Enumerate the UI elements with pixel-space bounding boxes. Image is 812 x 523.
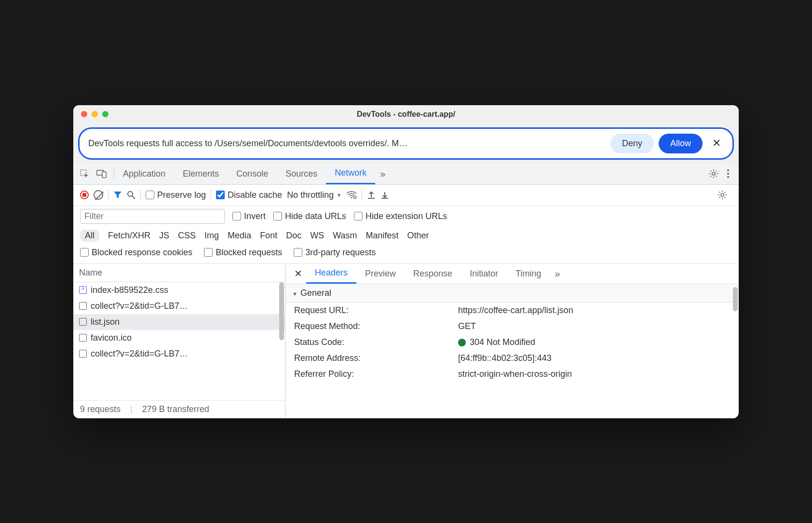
request-detail: ✕ Headers Preview Response Initiator Tim… bbox=[285, 264, 739, 418]
tab-sources[interactable]: Sources bbox=[277, 163, 326, 184]
traffic-lights bbox=[81, 111, 108, 117]
kv-row: Remote Address:[64:ff9b::4b02:3c05]:443 bbox=[285, 350, 739, 366]
titlebar: DevTools - coffee-cart.app/ bbox=[73, 105, 739, 124]
request-list-body: index-b859522e.css collect?v=2&tid=G-LB7… bbox=[73, 282, 285, 400]
svg-point-6 bbox=[351, 197, 352, 199]
allow-button[interactable]: Allow bbox=[659, 134, 703, 153]
type-img[interactable]: Img bbox=[204, 231, 219, 241]
devtools-window: DevTools - coffee-cart.app/ DevTools req… bbox=[73, 105, 739, 418]
tab-console[interactable]: Console bbox=[228, 163, 277, 184]
scrollbar[interactable] bbox=[733, 287, 738, 311]
clear-button[interactable] bbox=[94, 190, 103, 200]
network-settings-icon[interactable] bbox=[713, 190, 732, 200]
scrollbar[interactable] bbox=[279, 282, 284, 340]
tab-application[interactable]: Application bbox=[114, 163, 174, 184]
type-css[interactable]: CSS bbox=[178, 231, 196, 241]
tab-network[interactable]: Network bbox=[326, 163, 375, 184]
file-name: list.json bbox=[91, 317, 120, 327]
detail-tabs: ✕ Headers Preview Response Initiator Tim… bbox=[285, 264, 739, 284]
list-item[interactable]: index-b859522e.css bbox=[73, 282, 285, 298]
file-icon bbox=[79, 318, 87, 326]
filter-icon[interactable] bbox=[113, 191, 122, 199]
kv-value: [64:ff9b::4b02:3c05]:443 bbox=[458, 353, 730, 363]
kebab-menu-icon[interactable] bbox=[723, 169, 733, 178]
more-detail-tabs-icon[interactable]: » bbox=[550, 268, 565, 279]
permission-banner-wrap: DevTools requests full access to /Users/… bbox=[73, 124, 739, 164]
throttling-select[interactable]: No throttling bbox=[287, 190, 341, 200]
settings-icon[interactable] bbox=[704, 169, 723, 179]
type-ws[interactable]: WS bbox=[310, 231, 324, 241]
upload-har-icon[interactable] bbox=[367, 191, 376, 199]
third-party-checkbox[interactable]: 3rd-party requests bbox=[294, 248, 376, 258]
type-manifest[interactable]: Manifest bbox=[366, 231, 399, 241]
type-filter-row: All Fetch/XHR JS CSS Img Media Font Doc … bbox=[73, 227, 739, 245]
list-item[interactable]: list.json bbox=[73, 314, 285, 330]
svg-point-8 bbox=[721, 193, 724, 196]
kv-key: Referrer Policy: bbox=[294, 369, 458, 379]
deny-button[interactable]: Deny bbox=[610, 134, 654, 153]
tab-preview[interactable]: Preview bbox=[356, 263, 405, 284]
type-js[interactable]: JS bbox=[159, 231, 169, 241]
close-detail-icon[interactable]: ✕ bbox=[290, 268, 306, 279]
inspect-icon[interactable] bbox=[79, 168, 90, 179]
disable-cache-checkbox[interactable]: Disable cache bbox=[216, 190, 282, 200]
hide-extension-urls-checkbox[interactable]: Hide extension URLs bbox=[354, 211, 447, 221]
preserve-log-checkbox[interactable]: Preserve log bbox=[146, 190, 206, 200]
blocked-requests-label: Blocked requests bbox=[216, 248, 282, 258]
request-count: 9 requests bbox=[80, 404, 121, 414]
type-doc[interactable]: Doc bbox=[286, 231, 301, 241]
filter-input[interactable] bbox=[80, 209, 225, 224]
kv-key: Status Code: bbox=[294, 337, 458, 347]
blocked-row: Blocked response cookies Blocked request… bbox=[73, 245, 739, 264]
file-name: collect?v=2&tid=G-LB7… bbox=[91, 301, 188, 311]
close-banner-icon[interactable]: ✕ bbox=[709, 137, 724, 150]
zoom-window-button[interactable] bbox=[102, 111, 108, 117]
list-item[interactable]: collect?v=2&tid=G-LB7… bbox=[73, 298, 285, 314]
type-wasm[interactable]: Wasm bbox=[333, 231, 357, 241]
hide-data-urls-checkbox[interactable]: Hide data URLs bbox=[273, 211, 346, 221]
search-icon[interactable] bbox=[127, 191, 135, 199]
close-window-button[interactable] bbox=[81, 111, 87, 117]
kv-value: https://coffee-cart.app/list.json bbox=[458, 305, 730, 316]
name-column-header[interactable]: Name bbox=[73, 264, 285, 282]
blocked-requests-checkbox[interactable]: Blocked requests bbox=[204, 248, 282, 258]
list-item[interactable]: favicon.ico bbox=[73, 330, 285, 346]
divider bbox=[211, 189, 211, 201]
list-item[interactable]: collect?v=2&tid=G-LB7… bbox=[73, 346, 285, 362]
type-fetch[interactable]: Fetch/XHR bbox=[108, 231, 150, 241]
type-other[interactable]: Other bbox=[407, 231, 429, 241]
download-har-icon[interactable] bbox=[380, 191, 389, 199]
type-font[interactable]: Font bbox=[260, 231, 277, 241]
transferred-size: 279 B transferred bbox=[142, 404, 209, 414]
divider: | bbox=[130, 404, 133, 414]
network-conditions-icon[interactable] bbox=[346, 191, 357, 199]
file-name: index-b859522e.css bbox=[91, 285, 168, 295]
status-dot-icon bbox=[458, 339, 466, 346]
minimize-window-button[interactable] bbox=[92, 111, 98, 117]
more-tabs-icon[interactable]: » bbox=[375, 168, 390, 179]
network-toolbar: Preserve log Disable cache No throttling bbox=[73, 185, 739, 206]
type-all[interactable]: All bbox=[80, 230, 99, 242]
disable-cache-label: Disable cache bbox=[228, 190, 282, 200]
blocked-cookies-checkbox[interactable]: Blocked response cookies bbox=[80, 248, 192, 258]
device-toggle-icon[interactable] bbox=[96, 168, 107, 179]
status-bar: 9 requests | 279 B transferred bbox=[73, 400, 285, 418]
svg-point-3 bbox=[712, 172, 715, 175]
kv-key: Remote Address: bbox=[294, 353, 458, 363]
tab-timing[interactable]: Timing bbox=[507, 263, 550, 284]
kv-key: Request URL: bbox=[294, 305, 458, 316]
request-list: Name index-b859522e.css collect?v=2&tid=… bbox=[73, 264, 285, 418]
panel-tabs: Application Elements Console Sources Net… bbox=[73, 164, 739, 185]
record-button[interactable] bbox=[80, 191, 89, 199]
kv-row: Status Code:304 Not Modified bbox=[285, 334, 739, 350]
invert-checkbox[interactable]: Invert bbox=[232, 211, 266, 221]
tab-initiator[interactable]: Initiator bbox=[461, 263, 507, 284]
kv-key: Request Method: bbox=[294, 321, 458, 331]
permission-text: DevTools requests full access to /Users/… bbox=[88, 138, 610, 149]
tab-elements[interactable]: Elements bbox=[174, 163, 228, 184]
third-party-label: 3rd-party requests bbox=[305, 248, 376, 258]
type-media[interactable]: Media bbox=[228, 231, 251, 241]
tab-headers[interactable]: Headers bbox=[306, 263, 356, 284]
tab-response[interactable]: Response bbox=[405, 263, 461, 284]
general-section-header[interactable]: General bbox=[285, 284, 739, 303]
